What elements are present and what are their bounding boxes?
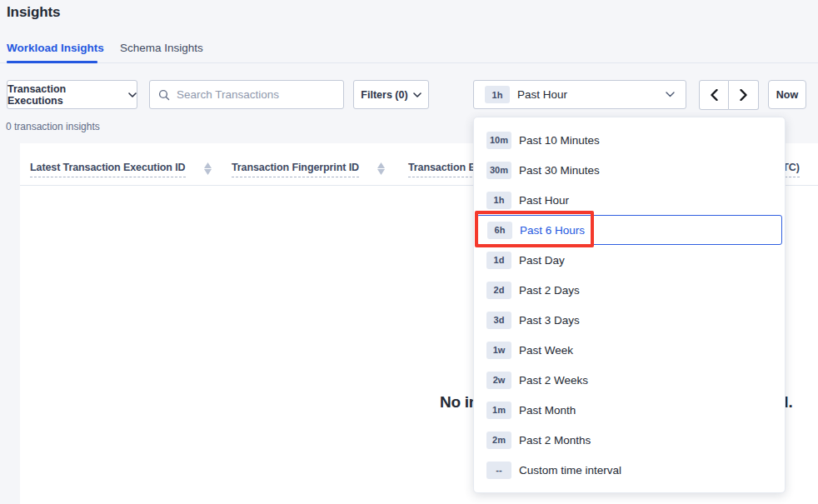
chevron-down-icon bbox=[413, 92, 421, 97]
time-interval-select[interactable]: 1h Past Hour bbox=[473, 80, 686, 109]
insights-count-summary: 0 transaction insights bbox=[6, 121, 100, 132]
chevron-left-icon bbox=[711, 89, 718, 101]
search-box[interactable] bbox=[149, 80, 344, 109]
dropdown-item-custom-time-interval[interactable]: -- Custom time interval bbox=[474, 455, 785, 485]
sort-icon[interactable] bbox=[204, 162, 212, 175]
active-tab-underline bbox=[7, 61, 97, 63]
search-icon bbox=[158, 89, 170, 101]
dropdown-item-past-3-days[interactable]: 3d Past 3 Days bbox=[474, 305, 785, 335]
sort-icon[interactable] bbox=[377, 162, 385, 175]
previous-interval-button[interactable] bbox=[699, 80, 729, 110]
time-interval-dropdown: 10m Past 10 Minutes 30m Past 30 Minutes … bbox=[473, 117, 786, 493]
chevron-down-icon bbox=[666, 92, 675, 97]
dropdown-item-past-month[interactable]: 1m Past Month bbox=[474, 395, 785, 425]
now-button-label: Now bbox=[776, 89, 798, 101]
column-header-latest-transaction-execution-id[interactable]: Latest Transaction Execution ID bbox=[30, 162, 212, 177]
time-step-buttons bbox=[699, 80, 759, 110]
dropdown-item-past-day[interactable]: 1d Past Day bbox=[474, 245, 785, 275]
tab-bar: Workload Insights Schema Insights bbox=[0, 39, 818, 63]
dropdown-item-past-2-days[interactable]: 2d Past 2 Days bbox=[474, 275, 785, 305]
now-button[interactable]: Now bbox=[768, 80, 806, 109]
dropdown-item-past-6-hours[interactable]: 6h Past 6 Hours bbox=[476, 215, 782, 245]
dropdown-item-past-2-months[interactable]: 2m Past 2 Months bbox=[474, 425, 785, 455]
dropdown-item-past-30-minutes[interactable]: 30m Past 30 Minutes bbox=[474, 155, 785, 185]
search-input[interactable] bbox=[177, 88, 335, 101]
transaction-type-select[interactable]: Transaction Executions bbox=[7, 80, 137, 109]
chevron-right-icon bbox=[740, 89, 747, 101]
next-interval-button[interactable] bbox=[729, 80, 759, 110]
time-interval-badge: 1h bbox=[485, 86, 510, 103]
filters-button[interactable]: Filters (0) bbox=[353, 80, 429, 109]
dropdown-item-past-10-minutes[interactable]: 10m Past 10 Minutes bbox=[474, 125, 785, 155]
filters-label: Filters (0) bbox=[361, 89, 407, 101]
tab-schema-insights[interactable]: Schema Insights bbox=[120, 42, 203, 54]
insights-page: Insights Workload Insights Schema Insigh… bbox=[0, 0, 818, 504]
dropdown-item-past-week[interactable]: 1w Past Week bbox=[474, 335, 785, 365]
dropdown-item-past-hour[interactable]: 1h Past Hour bbox=[474, 185, 785, 215]
time-interval-label: Past Hour bbox=[517, 88, 567, 101]
chevron-down-icon bbox=[128, 92, 137, 97]
transaction-type-label: Transaction Executions bbox=[7, 83, 122, 107]
page-title: Insights bbox=[7, 4, 60, 21]
column-header-transaction-fingerprint-id[interactable]: Transaction Fingerprint ID bbox=[232, 162, 385, 177]
dropdown-item-past-2-weeks[interactable]: 2w Past 2 Weeks bbox=[474, 365, 785, 395]
tab-workload-insights[interactable]: Workload Insights bbox=[7, 42, 104, 54]
